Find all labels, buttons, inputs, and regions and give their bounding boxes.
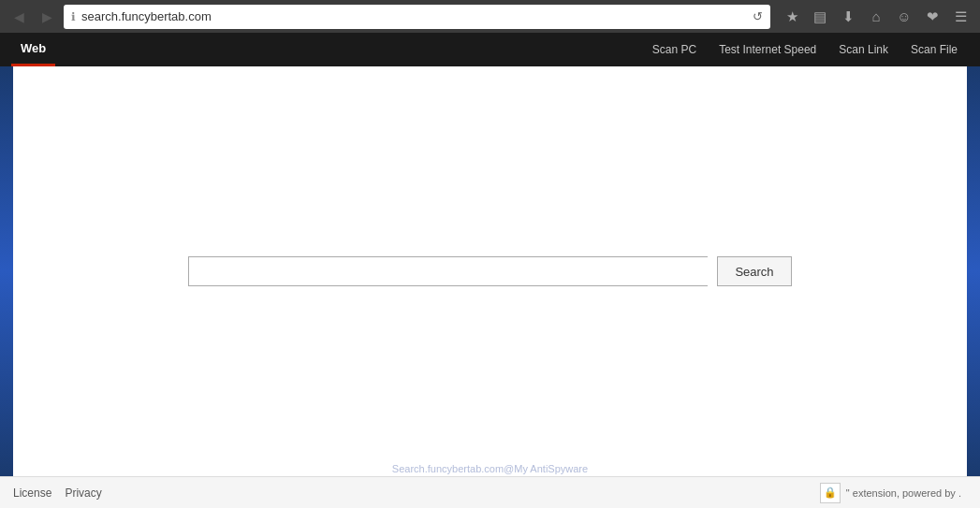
footer: License Privacy 🔒 " extension, powered b… [0,476,980,508]
url-input[interactable] [81,9,747,23]
address-bar: ℹ ↺ [64,5,770,29]
bookmark-icon[interactable]: ★ [780,5,804,29]
scan-file-link[interactable]: Scan File [900,33,969,66]
main-content: Search Search.funcybertab.com@My AntiSpy… [0,66,980,476]
watermark: Search.funcybertab.com@My AntiSpyware [392,463,588,474]
forward-button[interactable]: ▶ [36,6,58,28]
toolbar-icons: ★ ▤ ⬇ ⌂ ☺ ❤ ☰ [780,5,973,29]
reload-button[interactable]: ↺ [753,9,763,23]
profile-icon[interactable]: ☺ [892,5,916,29]
search-button[interactable]: Search [717,256,791,286]
pocket-icon[interactable]: ❤ [920,5,944,29]
scan-link-link[interactable]: Scan Link [827,33,900,66]
license-link[interactable]: License [13,486,51,500]
site-nav: Web Scan PC Test Internet Speed Scan Lin… [0,33,980,66]
footer-links: License Privacy [13,486,102,500]
test-internet-speed-link[interactable]: Test Internet Speed [708,33,827,66]
browser-chrome: ◀ ▶ ℹ ↺ ★ ▤ ⬇ ⌂ ☺ ❤ ☰ [0,0,980,33]
back-button[interactable]: ◀ [7,6,30,28]
search-container: Search [188,256,791,286]
search-input[interactable] [188,256,708,286]
clipboard-icon[interactable]: ▤ [808,5,832,29]
privacy-link[interactable]: Privacy [65,486,101,500]
extension-icon: 🔒 [820,483,841,503]
scan-pc-link[interactable]: Scan PC [641,33,708,66]
info-icon: ℹ [71,10,76,23]
home-icon[interactable]: ⌂ [864,5,888,29]
extension-text: " extension, powered by . [846,487,961,499]
footer-right: 🔒 " extension, powered by . [820,483,961,503]
menu-icon[interactable]: ☰ [948,5,973,29]
download-icon[interactable]: ⬇ [836,5,860,29]
site-brand: Web [11,33,55,66]
